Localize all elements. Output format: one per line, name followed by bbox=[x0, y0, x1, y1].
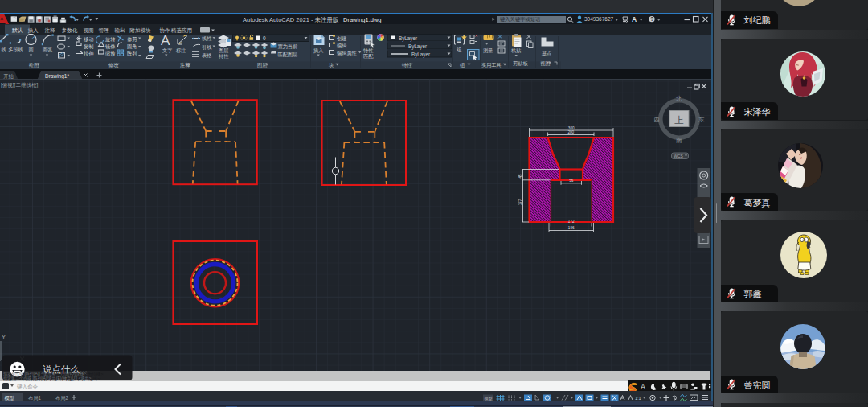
svg-text:上: 上 bbox=[674, 115, 684, 125]
svg-text:视图: 视图 bbox=[83, 27, 93, 34]
svg-text:线性: 线性 bbox=[202, 35, 212, 41]
svg-text:输出: 输出 bbox=[114, 27, 125, 34]
svg-text:圆: 圆 bbox=[28, 47, 33, 53]
svg-text:南: 南 bbox=[675, 137, 682, 144]
svg-text:编辑属性: 编辑属性 bbox=[337, 50, 358, 56]
svg-text:绘图: 绘图 bbox=[29, 62, 39, 68]
svg-text:缩放: 缩放 bbox=[105, 51, 116, 57]
svg-text:移动: 移动 bbox=[84, 36, 93, 43]
svg-text:1:1: 1:1 bbox=[635, 396, 641, 401]
svg-text:线: 线 bbox=[1, 47, 6, 52]
svg-text:172: 172 bbox=[568, 220, 575, 224]
svg-text:Autodesk AutoCAD 2021: Autodesk AutoCAD 2021 bbox=[243, 16, 309, 23]
svg-text:复制: 复制 bbox=[84, 43, 93, 50]
svg-text:引线: 引线 bbox=[202, 44, 211, 51]
svg-text:Drawing1.dwg: Drawing1.dwg bbox=[343, 16, 382, 23]
svg-text:注释: 注释 bbox=[180, 62, 190, 68]
svg-text:ByLayer: ByLayer bbox=[399, 35, 417, 42]
svg-text:北: 北 bbox=[676, 95, 682, 102]
svg-text:特性: 特性 bbox=[219, 53, 229, 60]
svg-text:ByLayer: ByLayer bbox=[411, 51, 430, 58]
svg-text:匹配图层: 匹配图层 bbox=[278, 51, 298, 58]
svg-text:参数化: 参数化 bbox=[62, 27, 78, 34]
svg-text:196: 196 bbox=[568, 226, 575, 230]
svg-text:45: 45 bbox=[518, 174, 522, 179]
svg-text:A: A bbox=[161, 33, 170, 48]
svg-text:插入: 插入 bbox=[313, 47, 323, 54]
svg-text:0: 0 bbox=[263, 35, 266, 41]
svg-text:修改: 修改 bbox=[108, 62, 118, 68]
svg-text:指定第二个点或 [阵列(A)/退出(E)/放弃(U)] <退: 指定第二个点或 [阵列(A)/退出(E)/放弃(U)] <退出>: bbox=[3, 376, 92, 381]
svg-text:西: 西 bbox=[653, 116, 660, 123]
svg-text:测量: 测量 bbox=[483, 47, 493, 54]
svg-text:键入关键字或短语: 键入关键字或短语 bbox=[499, 16, 541, 23]
svg-text:177: 177 bbox=[518, 199, 522, 205]
svg-text:修剪: 修剪 bbox=[127, 36, 137, 43]
svg-text:默认: 默认 bbox=[11, 27, 23, 33]
svg-text:200: 200 bbox=[567, 130, 574, 134]
svg-text:图层: 图层 bbox=[257, 62, 267, 68]
svg-text:东: 东 bbox=[698, 116, 705, 123]
svg-text:56: 56 bbox=[569, 179, 574, 183]
svg-text:创建: 创建 bbox=[337, 35, 346, 42]
svg-text:块: 块 bbox=[328, 62, 334, 68]
svg-text:管理: 管理 bbox=[98, 27, 109, 34]
svg-text:3049367627: 3049367627 bbox=[584, 16, 614, 22]
svg-text:组: 组 bbox=[460, 62, 465, 68]
svg-text:粘贴: 粘贴 bbox=[511, 47, 521, 54]
svg-text:表格: 表格 bbox=[202, 52, 212, 59]
svg-text:置为当前: 置为当前 bbox=[278, 43, 299, 49]
svg-text:标注: 标注 bbox=[175, 47, 186, 54]
svg-text:?: ? bbox=[650, 16, 653, 22]
svg-text:插入: 插入 bbox=[27, 27, 39, 34]
svg-text:匹配: 匹配 bbox=[363, 53, 374, 60]
svg-text:圆角: 圆角 bbox=[127, 43, 137, 50]
svg-text:视图: 视图 bbox=[540, 60, 550, 67]
svg-text:组: 组 bbox=[457, 47, 462, 52]
svg-text:附加模块: 附加模块 bbox=[129, 27, 151, 34]
svg-text:拉伸: 拉伸 bbox=[84, 51, 93, 56]
svg-text:旋转: 旋转 bbox=[105, 36, 115, 43]
svg-text:A: A bbox=[641, 383, 645, 391]
svg-text:注释: 注释 bbox=[44, 27, 55, 33]
svg-text:A: A bbox=[632, 15, 637, 23]
svg-text:编辑: 编辑 bbox=[337, 43, 347, 48]
svg-text:多段线: 多段线 bbox=[8, 47, 23, 52]
svg-text:阵列: 阵列 bbox=[127, 51, 137, 56]
svg-text:圆弧: 圆弧 bbox=[43, 47, 53, 53]
svg-text:ByLayer: ByLayer bbox=[408, 43, 427, 50]
svg-text:[俯视][二维线框]: [俯视][二维线框] bbox=[1, 82, 38, 88]
svg-text:300: 300 bbox=[568, 126, 575, 130]
svg-text:文字: 文字 bbox=[162, 47, 172, 53]
svg-text:- 未注册版: - 未注册版 bbox=[311, 16, 339, 23]
svg-text:镜像: 镜像 bbox=[104, 43, 115, 50]
svg-text:实用工具: 实用工具 bbox=[481, 62, 502, 68]
svg-text:精选应用: 精选应用 bbox=[171, 27, 192, 34]
svg-text:基点: 基点 bbox=[541, 51, 551, 57]
svg-text:Y: Y bbox=[2, 333, 6, 341]
svg-text:WCS: WCS bbox=[674, 154, 682, 158]
svg-text:剪贴板: 剪贴板 bbox=[513, 60, 528, 67]
